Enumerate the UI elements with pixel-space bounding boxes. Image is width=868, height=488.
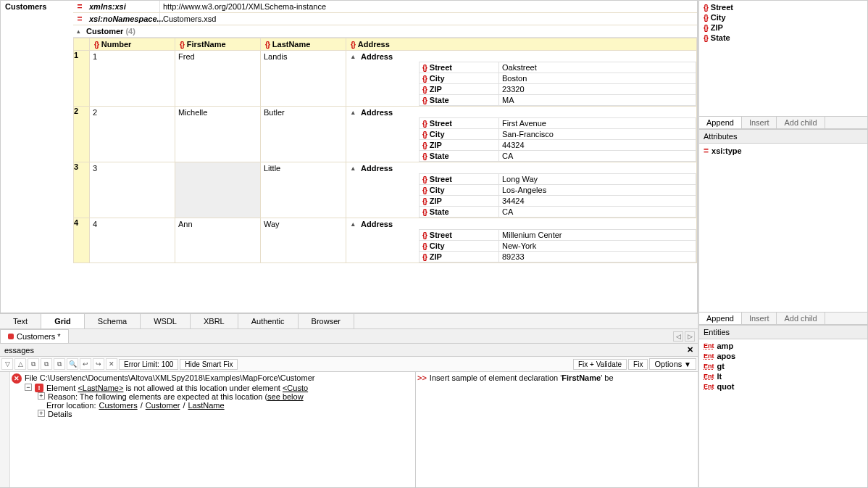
- customer-element-label[interactable]: Customer (4): [83, 25, 138, 37]
- tree-toggle[interactable]: −: [25, 384, 32, 391]
- address-field-value[interactable]: 34424: [499, 196, 696, 206]
- msg-tb-btn[interactable]: ⧉: [41, 358, 52, 370]
- error-limit-button[interactable]: Error Limit: 100: [119, 359, 178, 370]
- address-field-value[interactable]: 89233: [499, 252, 696, 262]
- cell-number[interactable]: 2: [90, 107, 175, 118]
- msg-tb-btn[interactable]: ⧉: [28, 358, 39, 370]
- entity-item[interactable]: Entamp: [701, 341, 866, 351]
- messages-tree[interactable]: ✕ File C:\Users\enc\Documents\Altova\XML…: [10, 372, 416, 487]
- tab-wsdl[interactable]: WSDL: [141, 314, 191, 328]
- address-field-value[interactable]: CA: [499, 151, 696, 161]
- address-field-value[interactable]: First Avenue: [499, 118, 696, 128]
- address-field-row[interactable]: Street First Avenue: [419, 117, 696, 129]
- cell-firstname[interactable]: Ann: [175, 218, 260, 230]
- cell-firstname[interactable]: [175, 162, 260, 165]
- elements-panel[interactable]: StreetCityZIPState: [699, 1, 867, 116]
- tab-xbrl[interactable]: XBRL: [191, 314, 238, 328]
- msg-tb-clear-button[interactable]: ✕: [106, 358, 117, 370]
- insert-action[interactable]: Insert: [742, 117, 777, 128]
- address-field-value[interactable]: Los-Angeles: [499, 185, 696, 195]
- entity-item[interactable]: Entquot: [701, 381, 866, 392]
- smart-fix-pane[interactable]: >> Insert sample of element declaration …: [416, 372, 698, 487]
- cell-number[interactable]: 1: [90, 51, 175, 62]
- msg-tb-btn[interactable]: ▽: [1, 358, 13, 370]
- element-item[interactable]: ZIP: [701, 22, 866, 33]
- address-field-row[interactable]: City San-Francisco: [419, 128, 696, 140]
- address-field-value[interactable]: 44324: [499, 140, 696, 150]
- address-field-row[interactable]: State CA: [419, 206, 696, 218]
- file-tab-customers[interactable]: Customers *: [0, 329, 69, 343]
- cell-number[interactable]: 4: [90, 218, 175, 230]
- address-field-row[interactable]: Street Long Way: [419, 173, 696, 185]
- hide-smart-fix-button[interactable]: Hide Smart Fix: [180, 359, 238, 370]
- address-field-value[interactable]: Oakstreet: [499, 62, 696, 73]
- see-below-link[interactable]: see below: [267, 392, 304, 401]
- row-number[interactable]: 4: [74, 218, 90, 263]
- collapse-toggle[interactable]: [348, 220, 358, 228]
- entities-panel[interactable]: EntampEntaposEntgtEntltEntquot: [699, 339, 867, 487]
- close-messages-button[interactable]: ✕: [687, 345, 693, 355]
- tab-browser[interactable]: Browser: [299, 314, 354, 328]
- insert-action[interactable]: Insert: [742, 313, 777, 324]
- tab-nav-next[interactable]: ▷: [685, 331, 695, 342]
- address-field-row[interactable]: City Boston: [419, 73, 696, 84]
- attr-value-schema[interactable]: Customers.xsd: [160, 13, 697, 25]
- msg-tb-btn[interactable]: △: [14, 358, 26, 370]
- address-field-value[interactable]: New-York: [499, 241, 696, 251]
- element-item[interactable]: City: [701, 12, 866, 22]
- address-field-row[interactable]: City New-York: [419, 240, 696, 252]
- address-field-value[interactable]: MA: [499, 95, 696, 105]
- address-field-value[interactable]: 23320: [499, 84, 696, 94]
- fix-validate-button[interactable]: Fix + Validate: [573, 359, 627, 370]
- errloc-link-customers[interactable]: Customers: [99, 401, 137, 410]
- add-child-action[interactable]: Add child: [777, 313, 825, 324]
- add-child-action[interactable]: Add child: [777, 117, 825, 128]
- attr-name-schema[interactable]: xsi:noNamespace...: [86, 13, 160, 25]
- element-item[interactable]: Street: [701, 2, 866, 12]
- address-field-value[interactable]: Boston: [499, 73, 696, 83]
- address-field-row[interactable]: State MA: [419, 94, 696, 106]
- address-field-value[interactable]: Millenium Center: [499, 230, 696, 240]
- address-field-row[interactable]: Street Oakstreet: [419, 62, 696, 73]
- msg-tb-btn[interactable]: ↩: [80, 358, 91, 370]
- address-field-value[interactable]: CA: [499, 207, 696, 217]
- cell-firstname[interactable]: Michelle: [175, 107, 260, 118]
- tab-nav-prev[interactable]: ◁: [673, 331, 683, 342]
- error-element-link[interactable]: <LastName>: [78, 384, 123, 392]
- cell-lastname[interactable]: Landis: [261, 51, 346, 62]
- attr-name-xmlns[interactable]: xmlns:xsi: [86, 1, 160, 12]
- address-field-value[interactable]: San-Francisco: [499, 129, 696, 139]
- address-field-row[interactable]: ZIP 23320: [419, 83, 696, 95]
- element-item[interactable]: State: [701, 33, 866, 43]
- address-field-row[interactable]: ZIP 44324: [419, 139, 696, 151]
- address-field-value[interactable]: Long Way: [499, 174, 696, 184]
- cell-lastname[interactable]: Way: [261, 218, 346, 230]
- attr-value-xmlns[interactable]: http://www.w3.org/2001/XMLSchema-instanc…: [160, 1, 697, 12]
- entity-item[interactable]: Entapos: [701, 351, 866, 361]
- address-field-row[interactable]: ZIP 89233: [419, 251, 696, 262]
- msg-tb-btn[interactable]: ⧉: [54, 358, 65, 370]
- address-field-row[interactable]: Street Millenium Center: [419, 229, 696, 241]
- tab-grid[interactable]: Grid: [41, 314, 85, 328]
- cell-firstname[interactable]: Fred: [175, 51, 260, 62]
- xml-grid-view[interactable]: Customers xmlns:xsi http://www.w3.org/20…: [0, 0, 698, 313]
- tree-toggle[interactable]: +: [38, 410, 45, 417]
- row-number[interactable]: 3: [74, 162, 90, 218]
- append-action[interactable]: Append: [699, 117, 742, 128]
- cell-lastname[interactable]: Little: [261, 162, 346, 174]
- tab-text[interactable]: Text: [0, 314, 41, 328]
- attributes-panel[interactable]: xsi:type: [699, 144, 867, 312]
- row-number[interactable]: 1: [74, 51, 90, 107]
- entity-item[interactable]: Entlt: [701, 371, 866, 381]
- append-action[interactable]: Append: [699, 313, 742, 324]
- entity-item[interactable]: Entgt: [701, 361, 866, 371]
- msg-tb-btn[interactable]: ↪: [93, 358, 104, 370]
- collapse-toggle[interactable]: [348, 53, 358, 60]
- collapse-toggle[interactable]: [348, 109, 358, 116]
- attribute-item[interactable]: xsi:type: [701, 145, 866, 157]
- cell-number[interactable]: 3: [90, 162, 175, 174]
- fix-button[interactable]: Fix: [628, 359, 648, 370]
- address-field-row[interactable]: State CA: [419, 150, 696, 162]
- cell-lastname[interactable]: Butler: [261, 107, 346, 118]
- tree-toggle[interactable]: +: [38, 392, 45, 400]
